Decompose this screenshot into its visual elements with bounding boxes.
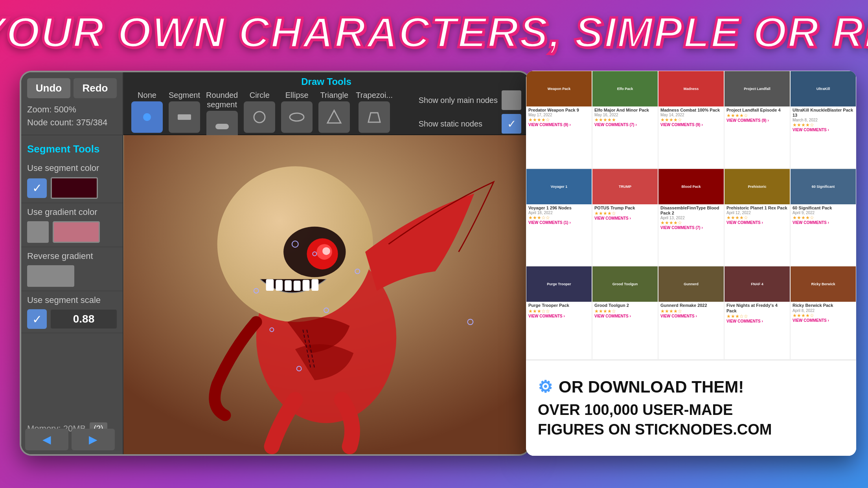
tool-rounded-segment-label: Roundedsegment <box>206 90 238 109</box>
svg-rect-4 <box>215 124 229 129</box>
reverse-gradient-section: Reverse gradient <box>21 247 123 291</box>
tool-ellipse-label: Ellipse <box>285 90 309 100</box>
community-card-4[interactable]: Project Landfall Project Landfall Episod… <box>724 71 790 169</box>
download-title-text: OR DOWNLOAD THEM! <box>559 378 744 396</box>
svg-marker-12 <box>327 110 341 123</box>
community-card-13[interactable]: Gunnerd Gunnerd Remake 2022 ★★★★☆ VIEW C… <box>658 266 724 360</box>
gradient-color-row <box>27 221 117 243</box>
reverse-gradient-label: Reverse gradient <box>27 251 117 261</box>
segment-tools-title: Segment Tools <box>27 143 117 155</box>
show-static-nodes-label: Show static nodes <box>419 119 498 128</box>
canvas-area <box>123 135 529 454</box>
node-count: Node count: 375/384 <box>27 116 117 129</box>
use-gradient-color-label: Use gradient color <box>27 207 117 217</box>
community-card-6[interactable]: Voyager 1 Voyager 1 296 Nodes April 18, … <box>526 169 592 266</box>
segment-color-swatch[interactable] <box>51 177 98 199</box>
svg-rect-25 <box>266 279 274 291</box>
svg-marker-15 <box>368 113 380 122</box>
reverse-gradient-row <box>27 265 117 287</box>
svg-rect-29 <box>303 280 310 291</box>
segment-scale-value[interactable]: 0.88 <box>51 310 117 328</box>
community-card-3[interactable]: Madness Madness Combat 100% Pack May 14,… <box>658 71 724 169</box>
use-gradient-color-section: Use gradient color <box>21 203 123 247</box>
zoom-level: Zoom: 500% <box>27 103 117 116</box>
tool-circle-icon[interactable] <box>244 101 275 133</box>
tool-trapezoid-label: Trapezoi... <box>356 90 393 100</box>
svg-point-24 <box>322 247 330 255</box>
draw-tools-title: Draw Tools <box>131 76 521 87</box>
draw-tools-bar: Draw Tools None Segment <box>123 72 529 135</box>
community-card-1[interactable]: Weapon Pack Predator Weapon Pack 9 May 1… <box>526 71 592 169</box>
redo-button[interactable]: Redo <box>74 78 117 98</box>
community-card-15[interactable]: Ricky Berwick Ricky Berwick Pack April 8… <box>790 266 856 360</box>
community-card-8[interactable]: Blood Pack DisassembleFinnType Blood Pac… <box>658 169 724 266</box>
show-static-nodes-checkbox[interactable]: ✓ <box>502 114 521 134</box>
show-main-nodes-checkbox[interactable] <box>502 90 521 110</box>
nav-left-button[interactable]: ◀ <box>25 429 68 450</box>
svg-rect-28 <box>294 281 301 291</box>
main-title: CREATE YOUR OWN CHARACTERS, SIMPLE OR RE… <box>0 7 868 57</box>
community-card-12[interactable]: Grood Toolgun Grood Toolgun 2 ★★★★☆ VIEW… <box>592 266 658 360</box>
tool-trapezoid-icon[interactable] <box>359 101 390 133</box>
svg-rect-26 <box>276 280 283 291</box>
community-card-2[interactable]: Elfo Pack Elfo Major And Minor Pack May … <box>592 71 658 169</box>
download-icon: ⚙ <box>538 377 553 396</box>
show-nodes-panel: Show only main nodes Show static nodes ✓ <box>411 90 521 138</box>
svg-rect-30 <box>311 279 318 291</box>
community-card-9[interactable]: Prehistoric Prehistoric Planet 1 Rex Pac… <box>724 169 790 266</box>
tool-segment-label: Segment <box>169 90 200 100</box>
segment-scale-checkbox[interactable]: ✓ <box>27 309 47 329</box>
sidebar: Undo Redo Zoom: 500% Node count: 375/384… <box>21 72 123 454</box>
svg-point-6 <box>254 112 265 123</box>
tool-circle-label: Circle <box>250 90 270 100</box>
svg-rect-27 <box>285 280 292 291</box>
community-card-7[interactable]: TRUMP POTUS Trump Pack ★★★★☆ VIEW COMMEN… <box>592 169 658 266</box>
use-segment-color-label: Use segment color <box>27 163 117 173</box>
use-segment-color-section: Use segment color ✓ <box>21 159 123 203</box>
tool-ellipse-icon[interactable] <box>281 101 313 133</box>
svg-point-0 <box>143 113 151 121</box>
show-main-nodes-row: Show only main nodes <box>419 90 521 110</box>
character-canvas <box>123 135 529 454</box>
download-title: ⚙ OR DOWNLOAD THEM! <box>538 377 844 396</box>
app-container: Undo Redo Zoom: 500% Node count: 375/384… <box>20 71 531 456</box>
community-panel: Weapon Pack Predator Weapon Pack 9 May 1… <box>526 71 856 456</box>
tool-none-label: None <box>138 90 156 100</box>
download-subtitle: OVER 100,000 USER-MADEFIGURES ON STICKNO… <box>538 400 844 439</box>
reverse-gradient-swatch[interactable] <box>27 265 74 287</box>
tool-triangle-icon[interactable] <box>318 101 350 133</box>
svg-rect-2 <box>178 114 191 120</box>
show-static-nodes-row: Show static nodes ✓ <box>419 114 521 134</box>
gradient-color-checkbox[interactable] <box>27 221 49 243</box>
segment-color-row: ✓ <box>27 177 117 199</box>
community-card-5[interactable]: UltraKill UltraKill KnuckleBlaster Pack … <box>790 71 856 169</box>
tool-segment-icon[interactable] <box>169 101 200 133</box>
sidebar-top: Undo Redo Zoom: 500% Node count: 375/384 <box>21 72 123 135</box>
segment-color-checkbox[interactable]: ✓ <box>27 178 47 198</box>
nav-right-button[interactable]: ▶ <box>72 429 115 450</box>
use-segment-scale-label: Use segment scale <box>27 295 117 305</box>
community-card-14[interactable]: FNAF 4 Five Nights at Freddy's 4 Pack ★★… <box>724 266 790 360</box>
zoom-info: Zoom: 500% Node count: 375/384 <box>27 103 117 129</box>
gradient-color-swatch[interactable] <box>53 221 100 243</box>
community-grid: Weapon Pack Predator Weapon Pack 9 May 1… <box>526 71 856 360</box>
community-card-11[interactable]: Purge Trooper Purge Trooper Pack ★★★☆☆ V… <box>526 266 592 360</box>
tool-triangle-label: Triangle <box>320 90 348 100</box>
undo-button[interactable]: Undo <box>27 78 70 98</box>
svg-point-9 <box>290 113 304 121</box>
download-section: ⚙ OR DOWNLOAD THEM! OVER 100,000 USER-MA… <box>526 360 856 456</box>
community-card-10[interactable]: 60 Significant 60 Significant Pack April… <box>790 169 856 266</box>
show-main-nodes-label: Show only main nodes <box>419 96 498 105</box>
segment-scale-row: ✓ 0.88 <box>27 309 117 329</box>
use-segment-scale-section: Use segment scale ✓ 0.88 <box>21 291 123 333</box>
bottom-nav: ◀ ▶ <box>25 429 115 450</box>
tool-none-icon[interactable] <box>131 101 163 133</box>
undo-redo-row: Undo Redo <box>27 78 117 98</box>
